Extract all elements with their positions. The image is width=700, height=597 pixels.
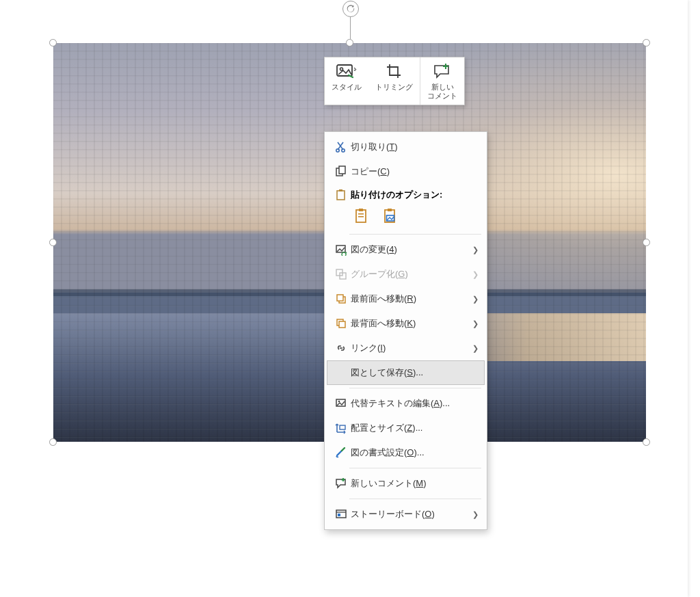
menu-copy-label: コピー(C) bbox=[351, 165, 479, 178]
submenu-arrow-icon: ❯ bbox=[468, 270, 479, 279]
menu-bring-to-front-label: 最前面へ移動(R) bbox=[351, 293, 468, 305]
menu-group: グループ化(G) ❯ bbox=[327, 262, 484, 287]
menu-separator bbox=[349, 499, 481, 499]
menu-new-comment-label: 新しいコメント(M) bbox=[351, 477, 479, 490]
copy-icon bbox=[332, 165, 351, 178]
menu-storyboard-label: ストーリーボード(O) bbox=[351, 508, 468, 520]
new-comment-label: 新しい コメント bbox=[427, 83, 457, 102]
menu-format-picture-label: 図の書式設定(O)... bbox=[351, 447, 479, 459]
svg-point-31 bbox=[338, 401, 340, 403]
menu-new-comment[interactable]: 新しいコメント(M) bbox=[327, 471, 484, 496]
menu-change-picture[interactable]: 図の変更(4) ❯ bbox=[327, 237, 484, 262]
resize-handle-bottom-right[interactable] bbox=[643, 438, 650, 446]
menu-change-picture-label: 図の変更(4) bbox=[351, 243, 468, 256]
svg-rect-32 bbox=[340, 425, 345, 429]
submenu-arrow-icon: ❯ bbox=[468, 246, 479, 254]
svg-point-9 bbox=[340, 68, 343, 70]
resize-handle-top[interactable] bbox=[346, 39, 353, 47]
menu-send-to-back[interactable]: 最背面へ移動(K) ❯ bbox=[327, 311, 484, 336]
menu-send-to-back-label: 最背面へ移動(K) bbox=[351, 317, 468, 330]
resize-handle-bottom-left[interactable] bbox=[49, 438, 57, 446]
rotate-handle[interactable] bbox=[342, 1, 359, 17]
paste-option-picture[interactable] bbox=[379, 205, 401, 227]
submenu-arrow-icon: ❯ bbox=[468, 344, 479, 353]
mini-toolbar: スタイル トリミング 新しい コメント bbox=[324, 57, 465, 105]
menu-storyboard[interactable]: ストーリーボード(O) ❯ bbox=[327, 502, 484, 527]
change-picture-icon bbox=[332, 243, 351, 256]
resize-handle-left[interactable] bbox=[49, 239, 57, 246]
menu-link-label: リンク(I) bbox=[351, 342, 468, 354]
svg-rect-29 bbox=[339, 321, 345, 328]
style-label: スタイル bbox=[332, 83, 362, 102]
send-to-back-icon bbox=[332, 317, 351, 330]
menu-link[interactable]: リンク(I) ❯ bbox=[327, 336, 484, 360]
context-menu: 切り取り(T) コピー(C) 貼り付けのオプション: 図の変更(4) ❯ グルー bbox=[324, 131, 487, 530]
paste-icon bbox=[332, 189, 351, 201]
svg-point-10 bbox=[336, 149, 339, 152]
comment-icon bbox=[332, 477, 351, 490]
size-position-icon bbox=[332, 422, 351, 434]
svg-point-11 bbox=[342, 149, 345, 152]
cut-icon bbox=[332, 141, 351, 153]
menu-size-and-position[interactable]: 配置とサイズ(Z)... bbox=[327, 416, 484, 440]
crop-icon bbox=[375, 62, 413, 81]
picture-style-icon bbox=[332, 62, 362, 81]
svg-rect-18 bbox=[358, 213, 364, 215]
svg-rect-15 bbox=[339, 189, 342, 191]
menu-copy[interactable]: コピー(C) bbox=[327, 159, 484, 184]
submenu-arrow-icon: ❯ bbox=[468, 295, 479, 304]
svg-rect-19 bbox=[358, 216, 364, 217]
menu-edit-alt-text[interactable]: 代替テキストの編集(A)... bbox=[327, 391, 484, 416]
rotate-icon bbox=[346, 4, 355, 14]
paste-options bbox=[325, 204, 487, 231]
svg-rect-14 bbox=[337, 191, 345, 200]
menu-cut-label: 切り取り(T) bbox=[351, 141, 479, 153]
svg-rect-27 bbox=[337, 295, 343, 301]
menu-size-and-position-label: 配置とサイズ(Z)... bbox=[351, 422, 479, 434]
resize-handle-right[interactable] bbox=[643, 239, 650, 246]
menu-bring-to-front[interactable]: 最前面へ移動(R) ❯ bbox=[327, 287, 484, 311]
svg-rect-34 bbox=[338, 514, 340, 516]
svg-rect-17 bbox=[359, 209, 363, 211]
new-comment-icon bbox=[427, 62, 457, 81]
resize-handle-top-right[interactable] bbox=[643, 39, 650, 47]
svg-rect-21 bbox=[388, 209, 392, 211]
link-icon bbox=[332, 342, 351, 354]
alt-text-icon bbox=[332, 397, 351, 410]
menu-format-picture[interactable]: 図の書式設定(O)... bbox=[327, 440, 484, 465]
menu-save-as-picture-label: 図として保存(S)... bbox=[351, 367, 479, 379]
crop-button[interactable]: トリミング bbox=[368, 57, 420, 105]
new-comment-button[interactable]: 新しい コメント bbox=[420, 57, 464, 105]
menu-separator bbox=[349, 388, 481, 388]
crop-label: トリミング bbox=[375, 83, 413, 102]
svg-rect-13 bbox=[339, 166, 345, 174]
menu-paste-options-title: 貼り付けのオプション: bbox=[327, 184, 484, 204]
menu-edit-alt-text-label: 代替テキストの編集(A)... bbox=[351, 397, 479, 410]
storyboard-icon bbox=[332, 508, 351, 520]
bring-to-front-icon bbox=[332, 293, 351, 305]
menu-cut[interactable]: 切り取り(T) bbox=[327, 135, 484, 159]
menu-separator bbox=[349, 468, 481, 468]
submenu-arrow-icon: ❯ bbox=[468, 319, 479, 328]
paste-option-keep-source[interactable] bbox=[351, 205, 373, 227]
menu-separator bbox=[349, 234, 481, 235]
submenu-arrow-icon: ❯ bbox=[468, 510, 479, 519]
menu-save-as-picture[interactable]: 図として保存(S)... bbox=[327, 360, 485, 385]
style-button[interactable]: スタイル bbox=[325, 57, 368, 105]
format-picture-icon bbox=[332, 447, 351, 459]
resize-handle-top-left[interactable] bbox=[49, 39, 57, 47]
group-icon bbox=[332, 268, 351, 280]
menu-group-label: グループ化(G) bbox=[351, 268, 468, 280]
